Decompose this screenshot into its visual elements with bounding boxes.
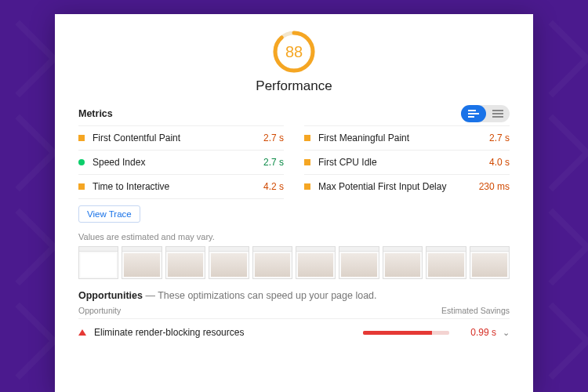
opportunities-subtitle: These optimizations can speed up your pa… — [158, 290, 376, 301]
metric-name: First Meaningful Paint — [318, 132, 489, 143]
opportunity-row[interactable]: Eliminate render-blocking resources 0.99… — [78, 322, 510, 343]
col-estimated-savings: Estimated Savings — [441, 306, 510, 315]
score-value: 88 — [272, 30, 316, 74]
opportunities-title: Opportunities — [78, 290, 143, 301]
metric-row: Max Potential First Input Delay 230 ms — [304, 174, 510, 198]
lighthouse-report-panel: 88 Performance Metrics First Contentful … — [55, 14, 533, 392]
metric-row: First Contentful Paint 2.7 s — [78, 125, 284, 150]
metric-value: 4.2 s — [263, 181, 284, 192]
filmstrip-frame — [470, 246, 510, 279]
svg-rect-5 — [492, 110, 503, 111]
score-section: 88 Performance — [78, 30, 510, 94]
opportunity-name: Eliminate render-blocking resources — [94, 327, 363, 338]
metric-name: Speed Index — [93, 157, 263, 168]
opportunities-columns: Opportunity Estimated Savings — [78, 306, 510, 319]
status-circle-icon — [78, 159, 85, 165]
metric-value: 4.0 s — [489, 157, 510, 168]
metric-row: First Meaningful Paint 2.7 s — [304, 125, 510, 150]
savings-bar — [363, 331, 449, 335]
filmstrip-frame — [209, 246, 249, 279]
svg-rect-4 — [468, 116, 474, 118]
opportunities-heading: Opportunities — These optimizations can … — [78, 290, 510, 301]
status-square-icon — [78, 135, 85, 141]
svg-rect-2 — [468, 110, 476, 111]
metric-name: First CPU Idle — [318, 157, 489, 168]
metric-row: First CPU Idle 4.0 s — [304, 150, 510, 174]
filmstrip-frame — [296, 246, 336, 279]
metric-name: Max Potential First Input Delay — [318, 181, 479, 192]
metrics-heading: Metrics — [78, 108, 113, 119]
view-trace-row: View Trace — [78, 198, 284, 227]
score-gauge: 88 — [272, 30, 316, 74]
metric-name: First Contentful Paint — [93, 132, 263, 143]
svg-rect-6 — [492, 113, 503, 114]
score-title: Performance — [78, 78, 510, 94]
status-square-icon — [304, 135, 310, 141]
status-square-icon — [304, 159, 310, 165]
filmstrip — [78, 246, 510, 279]
metric-row: Time to Interactive 4.2 s — [78, 174, 284, 198]
metrics-grid: First Contentful Paint 2.7 s Speed Index… — [78, 125, 510, 227]
metrics-view-toggle[interactable] — [461, 105, 510, 122]
chevron-down-icon[interactable]: ⌄ — [503, 328, 510, 338]
filmstrip-frame — [78, 246, 118, 279]
metric-value: 2.7 s — [489, 132, 510, 143]
status-square-icon — [78, 183, 85, 190]
filmstrip-frame — [165, 246, 205, 279]
opportunity-value: 0.99 s — [459, 327, 496, 338]
filmstrip-frame — [122, 246, 162, 279]
filmstrip-frame — [252, 246, 292, 279]
metric-value: 2.7 s — [263, 157, 284, 168]
warning-triangle-icon — [78, 329, 86, 336]
col-opportunity: Opportunity — [78, 306, 121, 315]
svg-rect-7 — [492, 116, 503, 118]
status-square-icon — [304, 183, 310, 190]
filmstrip-frame — [426, 246, 466, 279]
filmstrip-frame — [383, 246, 423, 279]
toggle-expanded-icon[interactable] — [461, 105, 486, 122]
metric-value: 230 ms — [479, 181, 510, 192]
metric-row: Speed Index 2.7 s — [78, 150, 284, 174]
toggle-compact-icon[interactable] — [486, 105, 510, 122]
filmstrip-frame — [339, 246, 379, 279]
metric-name: Time to Interactive — [93, 181, 263, 192]
metric-value: 2.7 s — [263, 132, 284, 143]
svg-rect-3 — [468, 113, 479, 114]
view-trace-button[interactable]: View Trace — [78, 205, 140, 223]
metrics-disclaimer: Values are estimated and may vary. — [78, 232, 510, 241]
